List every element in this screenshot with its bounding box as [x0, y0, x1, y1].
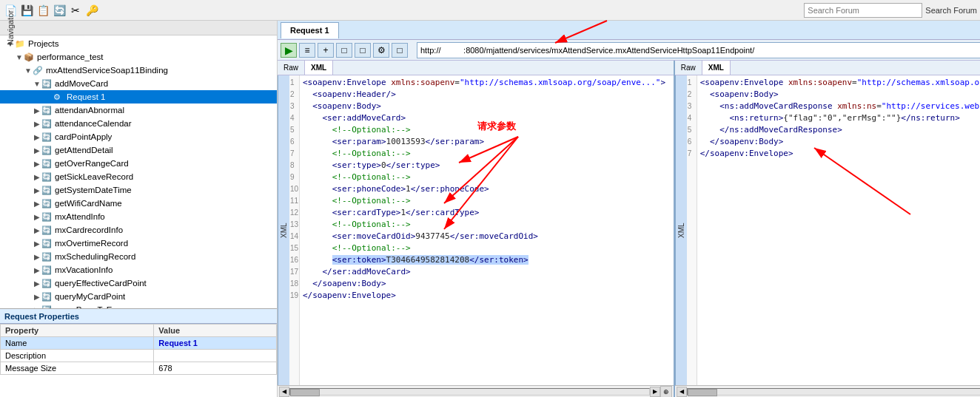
tree-item-cardpointapply[interactable]: ▶ 🔄 cardPointApply: [0, 130, 277, 143]
tree-item-getwificardname[interactable]: ▶ 🔄 getWifiCardName: [0, 197, 277, 210]
main-toolbar: 📄 💾 📋 🔄 ✂ 🔑 Search Forum: [0, 0, 980, 21]
properties-header: Request Properties: [0, 309, 277, 324]
url-input[interactable]: [417, 42, 980, 58]
right-panel: Request 1 ▶ ≡ + □ □ ⚙ □ ▼ ◀ ▶ 接口地址: [278, 21, 980, 397]
toolbar-icon-key[interactable]: 🔑: [84, 3, 99, 18]
toolbar-icon-save[interactable]: 💾: [19, 3, 34, 18]
navigator-tab[interactable]: Navigator: [0, 21, 277, 35]
toolbar-btn-square1[interactable]: □: [336, 43, 352, 58]
tree-item-projects[interactable]: ▼ 📁 Projects: [0, 37, 277, 50]
toggle-attendanabnormal[interactable]: ▶: [33, 106, 41, 115]
icon-attendanabnormal: 🔄: [41, 106, 53, 115]
scroll-right-btn[interactable]: ▶: [650, 387, 660, 397]
toggle-getattenddetail[interactable]: ▶: [33, 146, 41, 155]
label-attendancecalendar: attendanceCalendar: [55, 119, 132, 128]
scroll-track-right[interactable]: [687, 388, 980, 396]
toggle-mxcardrecordinfo[interactable]: ▶: [33, 226, 41, 234]
search-forum-input[interactable]: [804, 3, 922, 18]
scroll-thumb-right[interactable]: [688, 389, 717, 396]
icon-queryeffectivecardpoint: 🔄: [41, 279, 53, 288]
toggle-binding[interactable]: ▼: [24, 67, 33, 75]
scroll-thumb-left[interactable]: [290, 389, 320, 396]
toggle-getsickleaverec[interactable]: ▶: [33, 173, 41, 181]
toolbar-btn-square2[interactable]: □: [355, 43, 371, 58]
tree-item-queryeffectivecardpoint[interactable]: ▶ 🔄 queryEffectiveCardPoint: [0, 276, 277, 290]
tree-item-getsystemdatetime[interactable]: ▶ 🔄 getSystemDateTime: [0, 183, 277, 197]
tree-item-mxattendinfo[interactable]: ▶ 🔄 mxAttendInfo: [0, 210, 277, 223]
col-property: Property: [1, 325, 154, 337]
label-getsickleaverec: getSickLeaveRecord: [55, 172, 133, 181]
tree-item-attendancecalendar[interactable]: ▶ 🔄 attendanceCalendar: [0, 117, 277, 130]
tree-area: ▼ 📁 Projects ▼ 📦 performance_test ▼ 🔗 mx…: [0, 35, 277, 308]
prop-name-label: Name: [1, 337, 154, 350]
label-addmovecard: addMoveCard: [55, 79, 108, 88]
toggle-request1: [44, 93, 53, 101]
xml-panels: 接口地址 Raw XML XML 12345678910111213141516…: [278, 61, 980, 397]
toggle-mxvacationinfo[interactable]: ▶: [33, 266, 41, 274]
toolbar-icon-copy[interactable]: 📋: [36, 3, 50, 18]
tree-item-getattenddetail[interactable]: ▶ 🔄 getAttendDetail: [0, 143, 277, 157]
toggle-getsystemdatetime[interactable]: ▶: [33, 186, 41, 194]
navigator-label: Navigator: [4, 10, 16, 45]
toolbar-icon-cut[interactable]: ✂: [68, 3, 83, 18]
prop-name-value: Request 1: [154, 337, 277, 350]
toggle-querymycardpoint[interactable]: ▶: [33, 293, 41, 301]
toggle-mxovertimerecord[interactable]: ▶: [33, 240, 41, 248]
tree-item-performance-test[interactable]: ▼ 📦 performance_test: [0, 50, 277, 64]
xml-tab-xml-left[interactable]: XML: [305, 61, 333, 75]
prop-row-msgsize[interactable]: Message Size 678: [1, 362, 277, 375]
toggle-addmovecard[interactable]: ▼: [33, 80, 41, 88]
tree-item-mxvacationinfo[interactable]: ▶ 🔄 mxVacationInfo: [0, 263, 277, 276]
scroll-corner-left: ⊕: [660, 386, 672, 398]
scroll-left-btn[interactable]: ◀: [279, 387, 289, 397]
prop-msgsize-label: Message Size: [1, 362, 154, 375]
toggle-mxschedulingrecord[interactable]: ▶: [33, 253, 41, 261]
toolbar-btn-gear[interactable]: ⚙: [373, 43, 389, 58]
prop-row-desc[interactable]: Description: [1, 350, 277, 362]
scroll-track-left[interactable]: [289, 388, 650, 396]
tree-item-mxovertimerecord[interactable]: ▶ 🔄 mxOvertimeRecord: [0, 237, 277, 250]
toggle-performance-test[interactable]: ▼: [15, 53, 24, 61]
tree-item-mxcardrecordinfo[interactable]: ▶ 🔄 mxCardrecordInfo: [0, 223, 277, 237]
main-area: Navigator ▼ 📁 Projects ▼ 📦 performance_t…: [0, 21, 980, 397]
toggle-queryeffectivecardpoint[interactable]: ▶: [33, 279, 41, 288]
label-performance-test: performance_test: [37, 52, 104, 61]
xml-line-nums-left: 12345678910111213141516171819: [289, 75, 300, 385]
bottom-scrollbar-left: ◀ ▶ ⊕: [278, 385, 674, 397]
xml-text-right[interactable]: <soapenv:Envelope xmlns:soapenv="http://…: [697, 75, 980, 385]
tree-item-querypowtoemp[interactable]: ▶ 🔄 queryPoweToEmp: [0, 303, 277, 308]
tree-item-binding[interactable]: ▼ 🔗 mxAttendServiceSoap11Binding: [0, 64, 277, 77]
tree-item-getoverrangecard[interactable]: ▶ 🔄 getOverRangeCard: [0, 157, 277, 170]
toggle-attendancecalendar[interactable]: ▶: [33, 120, 41, 128]
tree-item-getsickleaverec[interactable]: ▶ 🔄 getSickLeaveRecord: [0, 170, 277, 183]
toolbar-icon-refresh[interactable]: 🔄: [52, 3, 67, 18]
xml-tab-raw-left[interactable]: Raw: [278, 61, 305, 75]
request-tab-1[interactable]: Request 1: [281, 22, 339, 38]
icon-cardpointapply: 🔄: [41, 132, 53, 142]
run-button[interactable]: ▶: [281, 43, 297, 58]
toggle-getwificardname[interactable]: ▶: [33, 200, 41, 208]
tree-item-querymycardpoint[interactable]: ▶ 🔄 queryMyCardPoint: [0, 290, 277, 303]
prop-row-name[interactable]: Name Request 1: [1, 337, 277, 350]
icon-binding: 🔗: [33, 66, 44, 75]
toggle-mxattendinfo[interactable]: ▶: [33, 213, 41, 221]
toolbar-btn-add[interactable]: +: [318, 43, 334, 58]
xml-text-left[interactable]: <soapenv:Envelope xmlns:soapenv="http://…: [300, 75, 674, 385]
icon-mxovertimerecord: 🔄: [41, 239, 53, 248]
label-attendanabnormal: attendanAbnormal: [55, 106, 124, 115]
tree-item-request1[interactable]: ⚙ Request 1: [0, 90, 277, 104]
scroll-left-btn-right[interactable]: ◀: [677, 387, 687, 397]
col-value: Value: [154, 325, 277, 337]
tree-item-mxschedulingrecord[interactable]: ▶ 🔄 mxSchedulingRecord: [0, 250, 277, 263]
icon-getsickleaverec: 🔄: [41, 172, 53, 182]
toggle-cardpointapply[interactable]: ▶: [33, 133, 41, 141]
label-querymycardpoint: queryMyCardPoint: [55, 292, 125, 301]
toolbar-btn-menu[interactable]: ≡: [299, 43, 315, 58]
tree-item-addmovecard[interactable]: ▼ 🔄 addMoveCard: [0, 77, 277, 90]
toolbar-btn-square3[interactable]: □: [392, 43, 408, 58]
toggle-getoverrangecard[interactable]: ▶: [33, 160, 41, 168]
xml-tab-raw-right[interactable]: Raw: [675, 61, 702, 75]
xml-tab-xml-right[interactable]: XML: [702, 61, 731, 75]
tree-item-attendanabnormal[interactable]: ▶ 🔄 attendanAbnormal: [0, 104, 277, 117]
request-tabbar: Request 1: [278, 21, 980, 40]
